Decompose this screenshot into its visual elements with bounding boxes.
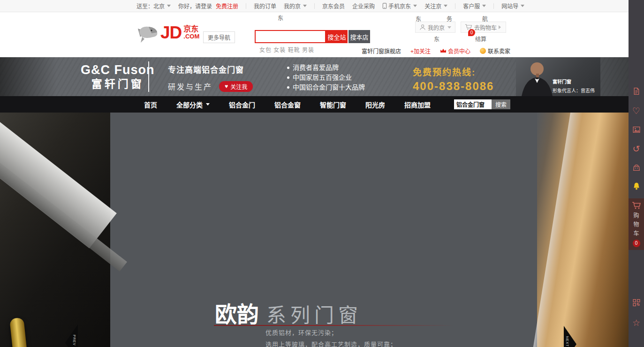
title-underline (214, 325, 454, 326)
page: 送至：北京 你好，请登录 免费注册 我的订单 我的京 京东会员 企业采购 手机京… (0, 0, 644, 347)
qr-code-icon[interactable] (632, 299, 640, 308)
right-sidebar: ♡ ↺ 购 物 车 0 ☆ (629, 0, 644, 347)
follow-jd-link[interactable]: 关注京 (424, 2, 447, 10)
prev-label: PREV (73, 335, 76, 346)
door-handle (9, 317, 30, 347)
shop-search-button[interactable]: 搜索 (492, 99, 510, 109)
my-orders-link[interactable]: 我的订单 (254, 2, 276, 10)
series-description: 优质铝材，环保无污染； 选用上等玻璃，配合高工艺制造，质量可靠； 五金件设计巧妙… (265, 330, 417, 347)
jd-logo-com: .COM (183, 33, 199, 40)
jd-mascot-icon (137, 24, 159, 44)
spokesperson-silhouette (516, 59, 558, 96)
search-shop-button[interactable]: 搜本店 (349, 30, 370, 43)
member-center-label: 会员中心 (448, 47, 470, 55)
cart-button-label: 去购物车 (474, 23, 497, 31)
main-column: 送至：北京 你好，请登录 免费注册 我的订单 我的京 京东会员 企业采购 手机京… (0, 0, 629, 347)
jd-logo-text: JD (160, 24, 182, 41)
brand-honors-list: 消费者喜爱品牌 中国家居五百强企业 中国铝合金门窗十大品牌 (287, 63, 365, 92)
star-icon[interactable]: ☆ (632, 318, 640, 327)
cart-label-char: 购 (633, 211, 639, 220)
nav-item-sunroom[interactable]: 阳光房 (365, 100, 385, 109)
document-icon[interactable] (632, 87, 640, 97)
search-bar: 搜全站 搜本店 (255, 30, 370, 43)
my-jd-link[interactable]: 我的京 (284, 2, 307, 10)
list-item: 消费者喜爱品牌 (287, 63, 365, 73)
cart-label-char: 物 (633, 220, 639, 229)
jd-member-link[interactable]: 京东会员 (322, 2, 345, 10)
description-line: 优质铝材，环保无污染； (265, 330, 417, 336)
shop-search-input[interactable] (454, 99, 492, 109)
jd-logo-suffix: 京东 .COM (183, 25, 199, 40)
list-item: 中国家居五百强企业 (287, 73, 365, 83)
ship-to-link[interactable]: 送至：北京 (136, 2, 171, 10)
spokesperson-photo: 富轩门窗 形象代言人：曾志伟 (516, 57, 600, 96)
chevron-down-icon (482, 5, 486, 7)
bag-icon[interactable] (632, 164, 640, 173)
customer-service-label: 客户服 (463, 2, 480, 10)
contact-seller-label: 联系卖家 (488, 47, 510, 55)
sidebar-cart[interactable]: 购 物 车 0 (629, 198, 644, 250)
chevron-down-icon (447, 26, 451, 29)
enterprise-link[interactable]: 企业采购 (352, 2, 375, 10)
carousel-next-button[interactable]: NEXT (564, 326, 577, 347)
bell-icon[interactable] (632, 182, 641, 192)
spokesperson-caption: 富轩门窗 形象代言人：曾志伟 (553, 78, 595, 94)
member-center-link[interactable]: 会员中心 (440, 47, 470, 55)
register-link[interactable]: 免费注册 (216, 2, 238, 10)
login-link[interactable]: 你好，请登录 (178, 2, 212, 10)
contact-seller-link[interactable]: 联系卖家 (480, 47, 510, 55)
gallery-icon[interactable] (632, 126, 640, 135)
hot-keywords[interactable]: 女包 女装 鞋靴 男装 (259, 45, 314, 53)
next-label: NEXT (566, 336, 569, 347)
jd-logo[interactable]: JD 京东 .COM (137, 24, 199, 44)
nav-item-aluminum-windows[interactable]: 铝合金窗 (274, 100, 301, 109)
history-icon[interactable]: ↺ (633, 144, 640, 153)
phone-icon (382, 3, 387, 9)
cart-count-badge: 0 (633, 240, 640, 247)
chevron-down-icon (167, 5, 171, 7)
site-nav-link[interactable]: 网站导 (501, 2, 524, 10)
nav-item-all-categories[interactable]: 全部分类 (176, 100, 210, 109)
go-to-cart-button[interactable]: 去购物车 (461, 22, 506, 33)
jd-logo-cn: 京东 (183, 25, 199, 33)
stray-text: 东 (434, 35, 439, 43)
chevron-right-icon (499, 25, 501, 29)
follow-me-label: 关注我 (230, 83, 247, 91)
my-jd-button-label: 我的京 (428, 23, 445, 31)
carousel-prev-button[interactable]: PREV (65, 324, 78, 347)
contact-icon (480, 48, 486, 54)
follow-shop-link[interactable]: +加关注 (410, 47, 431, 55)
cart-label: 购 物 车 (633, 211, 639, 238)
follow-jd-label: 关注京 (424, 2, 441, 10)
nav-item-home[interactable]: 首页 (144, 100, 157, 109)
shop-name[interactable]: 富轩门窗旗舰店 (362, 47, 401, 55)
search-site-button[interactable]: 搜全站 (326, 30, 348, 43)
crown-icon (440, 48, 447, 53)
hero-carousel: PREV NEXT 欧韵系列门窗 优质铝材，环保无污染； 选用上等玻璃，配合高工… (0, 113, 629, 347)
chevron-down-icon (521, 5, 524, 7)
brand-taglines: 专注高端铝合金门窗 研发与生产 ♥关注我 (168, 63, 253, 92)
nav-item-label: 全部分类 (176, 100, 203, 109)
search-input[interactable] (255, 30, 326, 43)
ship-to-label: 送至：北京 (136, 2, 165, 10)
stray-text: 东 (278, 14, 283, 22)
my-jd-button[interactable]: 我的京 (415, 22, 455, 33)
chevron-down-icon (444, 5, 447, 7)
more-nav-button[interactable]: 更多导航 (203, 31, 235, 43)
shop-search-bar: 搜索 (454, 99, 510, 109)
mobile-jd-link[interactable]: 手机京东 (382, 2, 417, 10)
follow-me-button[interactable]: ♥关注我 (219, 81, 253, 92)
nav-item-smart-windows[interactable]: 智能门窗 (320, 100, 346, 109)
cart-icon (632, 202, 641, 210)
brand-name-en: G&C Fuson (81, 62, 155, 77)
nav-item-franchise[interactable]: 招商加盟 (404, 100, 431, 109)
nav-item-aluminum-doors[interactable]: 铝合金门 (229, 100, 255, 109)
series-title-sub: 系列门窗 (266, 304, 362, 326)
description-line: 选用上等玻璃，配合高工艺制造，质量可靠； (265, 341, 417, 347)
spokesperson-brand: 富轩门窗 (553, 78, 595, 85)
brand-banner: G&C Fuson 富轩门窗 专注高端铝合金门窗 研发与生产 ♥关注我 消费者喜… (0, 57, 629, 96)
door-image-right (537, 113, 629, 347)
customer-service-link[interactable]: 客户服 (463, 2, 486, 10)
heart-icon[interactable]: ♡ (632, 106, 640, 115)
divider (455, 3, 455, 9)
